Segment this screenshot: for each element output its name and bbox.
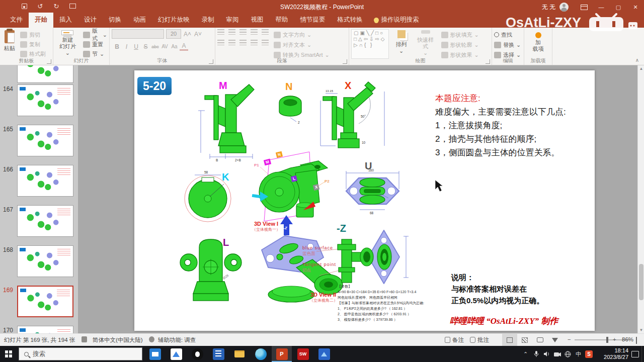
line-spacing-icon[interactable]	[262, 29, 269, 35]
ime-indicator[interactable]: 中	[573, 346, 584, 362]
notes-textbox[interactable]: 本题应注意: 难度偏大，主要需要注意以下几点: 1，注意拔摸角度; 2，抽壳与其…	[435, 92, 589, 159]
ribbon-display-options-icon[interactable]	[576, 0, 593, 14]
format-painter-button[interactable]: 格式刷	[20, 50, 46, 58]
clipboard-dialog-launcher[interactable]	[47, 59, 51, 64]
columns-icon[interactable]	[262, 40, 269, 45]
shapes-gallery[interactable]: ▢▣╲╱□○ □△⇦⇩⇨◇ ▷∩{ }	[351, 29, 389, 59]
vertical-scrollbar[interactable]: ▲ ▼	[637, 65, 644, 333]
file-explorer-icon[interactable]	[229, 346, 250, 362]
slide-sorter-view-button[interactable]	[517, 334, 532, 346]
tray-clock[interactable]: 18:14 2023/8/27	[596, 347, 628, 360]
shrink-font-icon[interactable]: A˅	[194, 31, 202, 38]
copy-button[interactable]: 复制	[20, 40, 46, 48]
explanation-textbox[interactable]: 说明： 与标准答案相对误差在 正负0.5%以内均视为正确。	[451, 272, 544, 306]
layout-button[interactable]: 版式 ⌄	[83, 31, 107, 39]
collapse-ribbon-icon[interactable]: ∧	[635, 57, 639, 63]
section-button[interactable]: 节 ⌄	[83, 50, 107, 58]
quick-styles-button[interactable]: 快速样式⌄	[414, 29, 437, 57]
new-slide-button[interactable]: 新建 幻灯片 ⌄	[55, 29, 80, 57]
comments-toggle[interactable]: 批注	[470, 336, 489, 344]
network-globe-icon[interactable]	[562, 346, 573, 362]
tab-file[interactable]: 文件	[4, 13, 29, 28]
change-case-icon[interactable]: Aa	[170, 44, 179, 49]
scroll-down-icon[interactable]: ▼	[638, 327, 644, 333]
accessibility-status[interactable]: 辅助功能: 调查	[158, 336, 196, 344]
shape-outline-button[interactable]: 形状轮廓 ⌄	[441, 41, 479, 49]
show-desktop-button[interactable]	[641, 346, 644, 362]
maximize-button[interactable]: ▢	[610, 0, 627, 14]
strikethrough-button[interactable]: S	[141, 43, 150, 50]
normal-view-button[interactable]	[502, 334, 517, 346]
scrollbar-thumb[interactable]	[639, 264, 643, 300]
thumbnail-slot-169-current[interactable]: 169	[0, 286, 78, 319]
taskbar-search-input[interactable]: 搜索	[19, 347, 142, 360]
tab-transitions[interactable]: 切换	[103, 13, 127, 28]
justify-icon[interactable]	[251, 40, 258, 45]
sogou-input-icon[interactable]: S	[584, 346, 594, 362]
underline-button[interactable]: U	[132, 43, 140, 50]
grow-font-icon[interactable]: A˄	[183, 31, 192, 38]
drawing-dialog-launcher[interactable]	[486, 59, 490, 64]
zoom-slider-thumb[interactable]	[606, 337, 608, 343]
thumbnail-slot[interactable]	[0, 65, 78, 84]
tray-chevron-icon[interactable]: ⌃	[520, 346, 531, 362]
photos-app-icon[interactable]	[314, 346, 334, 362]
user-avatar[interactable]	[559, 3, 569, 12]
font-color-button[interactable]: A	[180, 42, 188, 51]
edge-browser-icon[interactable]	[251, 346, 271, 362]
account-name[interactable]: 无 无	[542, 3, 555, 12]
font-name-combobox[interactable]	[112, 29, 164, 39]
thumbnail-slot-165[interactable]: 165	[0, 125, 78, 158]
character-spacing-icon[interactable]: AV	[160, 44, 169, 49]
reset-button[interactable]: 重置	[83, 40, 107, 48]
calculator-app-icon[interactable]	[208, 346, 228, 362]
shape-fill-button[interactable]: 形状填充 ⌄	[441, 31, 479, 39]
notes-toggle[interactable]: 备注	[445, 336, 464, 344]
thumbnail-slot-168[interactable]: 168	[0, 245, 78, 279]
tab-record[interactable]: 录制	[196, 13, 220, 28]
increase-indent-icon[interactable]	[251, 29, 258, 35]
italic-button[interactable]: I	[122, 43, 131, 50]
zoom-percentage[interactable]: 86%	[622, 336, 633, 342]
zoom-out-icon[interactable]: −	[568, 336, 571, 342]
tab-view[interactable]: 视图	[245, 13, 270, 28]
tab-design[interactable]: 设计	[78, 13, 103, 28]
fit-slide-icon[interactable]	[636, 337, 637, 343]
align-left-icon[interactable]	[217, 40, 224, 45]
close-button[interactable]: ✕	[627, 0, 644, 14]
netdisk-app-icon[interactable]	[166, 346, 186, 362]
qq-app-icon[interactable]	[187, 346, 207, 362]
bold-button[interactable]: B	[113, 43, 121, 50]
font-size-combobox[interactable]: 20	[166, 29, 181, 39]
find-button[interactable]: 查找	[494, 31, 522, 39]
decrease-indent-icon[interactable]	[239, 29, 247, 35]
language-status[interactable]: 简体中文(中国大陆)	[93, 336, 143, 344]
replace-button[interactable]: 替换 ⌄	[494, 41, 522, 49]
accessibility-icon[interactable]	[149, 336, 156, 342]
zoom-in-icon[interactable]: +	[613, 336, 616, 342]
align-center-icon[interactable]	[228, 40, 235, 45]
thumbnail-slot-166[interactable]: 166	[0, 165, 78, 198]
minimize-button[interactable]: —	[593, 0, 610, 14]
thumbnail-slot-167[interactable]: 167	[0, 205, 78, 238]
slide-canvas[interactable]: B 2+B 2	[134, 70, 595, 331]
spellcheck-icon[interactable]	[82, 336, 89, 342]
slideshow-view-button[interactable]	[547, 334, 562, 346]
tab-storyboard[interactable]: 情节提要	[294, 13, 332, 28]
scroll-up-icon[interactable]: ▲	[638, 65, 644, 72]
align-right-icon[interactable]	[239, 40, 247, 45]
font-dialog-launcher[interactable]	[209, 59, 213, 64]
parameters-textbox[interactable]: 【参数】 A=90 B=30 C=184 D=35 E=90 F=60 G=12…	[338, 284, 413, 322]
arrange-button[interactable]: 排列⌄	[393, 29, 410, 57]
clear-formatting-icon[interactable]: abc	[151, 44, 159, 49]
numbering-icon[interactable]	[228, 29, 235, 35]
powerpoint-app-icon[interactable]: P	[272, 346, 292, 362]
text-direction-button[interactable]: 文字方向 ⌄	[274, 31, 330, 39]
action-center-icon[interactable]	[631, 351, 639, 357]
paragraph-dialog-launcher[interactable]	[343, 59, 347, 64]
camera-icon[interactable]	[552, 346, 562, 362]
speaker-icon[interactable]	[541, 346, 552, 362]
addins-button[interactable]: 加 载项	[526, 29, 550, 57]
tab-home[interactable]: 开始	[29, 13, 53, 28]
align-text-button[interactable]: 对齐文本 ⌄	[274, 41, 330, 49]
